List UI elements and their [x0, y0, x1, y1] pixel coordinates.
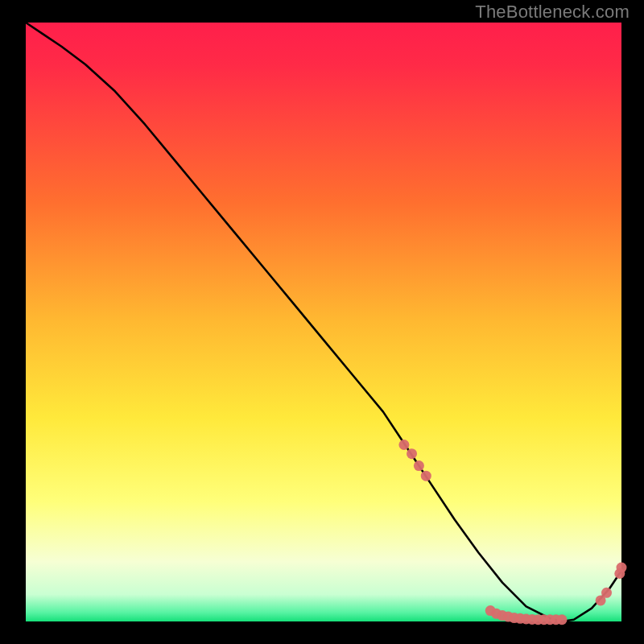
chart-stage: TheBottleneck.com [0, 0, 644, 644]
watermark-text: TheBottleneck.com [475, 2, 630, 23]
data-point [421, 471, 431, 481]
data-point [414, 460, 424, 471]
data-point [601, 588, 612, 598]
data-point [557, 614, 568, 625]
data-point [617, 563, 627, 573]
plot-background [26, 23, 621, 621]
bottleneck-chart [0, 0, 644, 644]
data-point [398, 440, 409, 450]
data-point [407, 448, 417, 459]
